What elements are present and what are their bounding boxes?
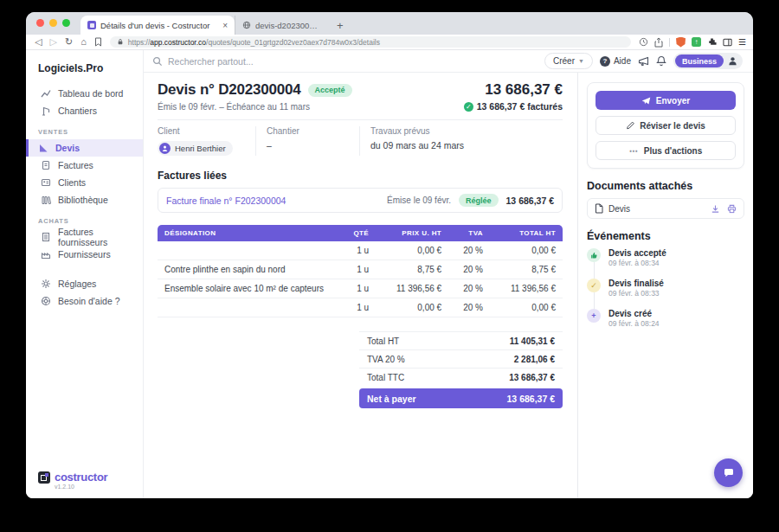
- check-icon: ✓: [464, 102, 473, 112]
- invoice-issued-date: Émise le 09 févr.: [387, 195, 451, 205]
- help-button[interactable]: ? Aide: [600, 56, 631, 67]
- global-search[interactable]: [152, 56, 538, 67]
- workspace-name[interactable]: Logiciels.Pro: [26, 57, 143, 85]
- table-row: 1 u 0,00 € 20 % 0,00 €: [158, 241, 563, 260]
- paper-plane-icon: [641, 96, 651, 106]
- client-chip[interactable]: Henri Berthier: [158, 141, 233, 156]
- events-timeline: Devis accepté 09 févr. à 08:34 ✓ Devis f…: [587, 248, 744, 339]
- minimize-window-button[interactable]: [49, 19, 57, 27]
- chantier-column: Chantier –: [255, 126, 359, 156]
- sidebar-item-besoin-aide[interactable]: Besoin d'aide ?: [26, 292, 143, 310]
- total-ht-row: Total HT 11 405,31 €: [359, 331, 563, 349]
- event-devis-cree: + Devis créé 09 févr. à 08:24: [587, 309, 744, 339]
- chart-icon: [41, 88, 51, 99]
- invoice-amount: 13 686,37 €: [506, 195, 554, 206]
- help-icon: [41, 296, 51, 306]
- page-title: Devis n° D202300004: [158, 81, 301, 99]
- sidebar-item-reglages[interactable]: Réglages: [26, 275, 143, 292]
- tab-devis-pdf[interactable]: devis-d202300004-logiciels-pro.p...: [235, 16, 328, 35]
- tab-title: devis-d202300004-logiciels-pro.p...: [255, 21, 321, 30]
- close-window-button[interactable]: [36, 19, 44, 27]
- linked-invoices-heading: Factures liées: [158, 170, 563, 182]
- shield-extension-icon[interactable]: [676, 37, 686, 48]
- home-icon[interactable]: ⌂: [80, 37, 87, 47]
- bookmark-icon[interactable]: [94, 37, 102, 47]
- create-button[interactable]: Créer ▼: [544, 53, 593, 69]
- sidebar: Logiciels.Pro Tableau de bord Chantiers …: [26, 50, 144, 498]
- travaux-column: Travaux prévus du 09 mars au 24 mars: [359, 126, 476, 156]
- share-icon[interactable]: [654, 37, 663, 48]
- zoom-window-button[interactable]: [62, 19, 70, 27]
- download-icon[interactable]: [711, 204, 720, 214]
- back-icon[interactable]: ◁: [35, 37, 42, 47]
- url-text: https://app.costructor.co/quotes/quote_0…: [128, 38, 380, 47]
- document-row[interactable]: Devis: [587, 198, 744, 219]
- sidebar-item-fournisseurs[interactable]: Fournisseurs: [26, 246, 143, 263]
- documents-heading: Documents attachés: [587, 180, 744, 192]
- sidebar-item-factures[interactable]: Factures: [26, 157, 143, 174]
- quote-dates: Émis le 09 févr. – Échéance au 11 mars: [158, 102, 310, 112]
- table-row: Ensemble solaire avec 10 m² de capteurs …: [158, 279, 563, 298]
- app-version: v1.2.10: [55, 484, 143, 490]
- browser-extensions: ☰: [639, 37, 746, 48]
- chat-widget-button[interactable]: [714, 458, 743, 487]
- totals-block: Total HT 11 405,31 € TVA 20 % 2 281,06 €…: [359, 331, 563, 408]
- reload-icon[interactable]: ↻: [65, 37, 73, 47]
- account-menu[interactable]: Business: [673, 53, 743, 69]
- new-tab-button[interactable]: +: [328, 19, 352, 35]
- search-icon: [152, 56, 163, 67]
- clients-icon: [41, 177, 51, 188]
- col-unit-price: PRIX U. HT: [376, 225, 448, 241]
- window-controls[interactable]: [36, 12, 70, 35]
- table-row: Contre plinthe en sapin du nord 1 u 8,75…: [158, 260, 563, 279]
- event-devis-accepte: Devis accepté 09 févr. à 08:34: [587, 248, 744, 279]
- search-input[interactable]: [168, 56, 376, 67]
- lock-icon: [117, 38, 124, 46]
- sidebar-item-devis[interactable]: Devis: [26, 139, 143, 157]
- linked-invoice-row[interactable]: Facture finale n° F202300004 Émise le 09…: [158, 188, 563, 213]
- puzzle-extensions-icon[interactable]: [707, 37, 717, 47]
- costructor-logo-icon: [38, 471, 50, 484]
- invoice-link[interactable]: Facture finale n° F202300004: [166, 195, 286, 206]
- print-icon[interactable]: [727, 204, 737, 214]
- col-designation: DÉSIGNATION: [158, 225, 340, 241]
- col-tva: TVA: [448, 225, 490, 241]
- forward-icon[interactable]: ▷: [49, 37, 56, 47]
- chat-bubble-icon: [722, 466, 736, 480]
- costructor-favicon-icon: [87, 21, 96, 29]
- revise-quote-button[interactable]: Réviser le devis: [596, 116, 736, 135]
- status-badge: Accepté: [308, 84, 352, 97]
- send-button[interactable]: Envoyer: [596, 91, 736, 110]
- document-icon: [595, 203, 603, 214]
- sidebar-item-bibliotheque[interactable]: Bibliothèque: [26, 191, 143, 208]
- green-extension-icon[interactable]: [692, 37, 701, 47]
- sidebar-item-chantiers[interactable]: Chantiers: [26, 102, 143, 119]
- event-devis-finalise: ✓ Devis finalisé 09 févr. à 08:33: [587, 279, 744, 309]
- browser-menu-icon[interactable]: ☰: [738, 37, 746, 47]
- costructor-logo-text: costructor: [55, 471, 107, 484]
- sidebar-item-factures-fournisseurs[interactable]: Factures fournisseurs: [26, 228, 143, 246]
- reading-list-icon[interactable]: [639, 37, 648, 47]
- tab-close-icon[interactable]: ×: [222, 21, 228, 30]
- table-row: 1 u 0,00 € 20 % 0,00 €: [158, 298, 563, 317]
- more-actions-button[interactable]: ⋯ Plus d'actions: [596, 141, 736, 160]
- thumbs-up-icon: [587, 248, 601, 262]
- address-bar[interactable]: https://app.costructor.co/quotes/quote_0…: [110, 36, 631, 48]
- supplier-invoice-icon: [41, 232, 51, 242]
- tab-overview-icon[interactable]: [723, 38, 732, 47]
- billed-amount: ✓ 13 686,37 € facturés: [464, 101, 563, 112]
- megaphone-icon[interactable]: [638, 56, 649, 67]
- tab-quote-details[interactable]: Détails d'un devis - Costructor ×: [80, 16, 235, 35]
- quote-total-amount: 13 686,37 €: [485, 81, 563, 99]
- sidebar-section-achats: ACHATS: [26, 208, 143, 228]
- sidebar-section-ventes: VENTES: [26, 119, 143, 139]
- ellipsis-icon: ⋯: [629, 146, 639, 156]
- sidebar-item-tableau-de-bord[interactable]: Tableau de bord: [26, 85, 143, 102]
- quote-info-strip: Client Henri Berthier Chantier: [158, 119, 563, 164]
- client-avatar: [159, 143, 171, 154]
- tab-title: Détails d'un devis - Costructor: [100, 21, 218, 30]
- bell-icon[interactable]: [656, 55, 666, 67]
- crane-icon: [41, 106, 51, 116]
- actions-card: Envoyer Réviser le devis ⋯ Plus d'action…: [587, 82, 744, 169]
- sidebar-item-clients[interactable]: Clients: [26, 174, 143, 191]
